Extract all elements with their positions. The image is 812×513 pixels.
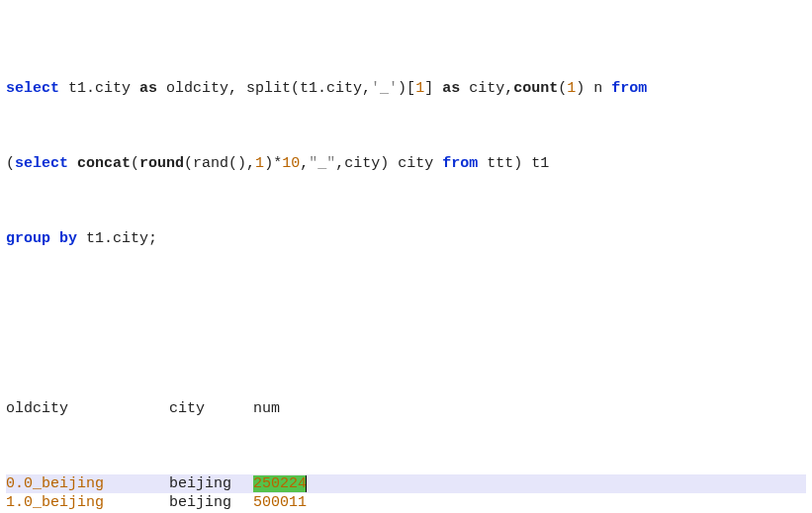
kw-group: group (6, 230, 50, 247)
cell-num: 500011 (253, 493, 307, 512)
string-literal: "_" (309, 155, 335, 172)
result-header: oldcitycitynum (6, 399, 806, 418)
number-literal: 1 (567, 80, 576, 97)
text-caret (306, 475, 307, 492)
result-rows: 0.0_beijingbeijing2502241.0_beijingbeiji… (6, 474, 806, 513)
cell-city: beijing (169, 493, 253, 512)
kw-by: by (59, 230, 77, 247)
fn-concat: concat (77, 155, 131, 172)
kw-select: select (6, 80, 59, 97)
blank-line (6, 304, 806, 324)
number-literal: 1 (415, 80, 424, 97)
selected-text[interactable]: 250224 (253, 475, 307, 492)
kw-as: as (139, 80, 157, 97)
header-oldcity: oldcity (6, 399, 169, 418)
kw-as: as (442, 80, 460, 97)
sql1-line1[interactable]: select t1.city as oldcity, split(t1.city… (6, 79, 806, 98)
cell-oldcity: 1.0_beijing (6, 493, 169, 512)
cell-oldcity: 0.0_beijing (6, 474, 169, 493)
fn-round: round (139, 155, 184, 172)
table-row[interactable]: 1.0_beijingbeijing500011 (6, 493, 806, 512)
header-num: num (253, 399, 280, 418)
kw-select: select (15, 155, 68, 172)
kw-from: from (611, 80, 647, 97)
kw-from: from (442, 155, 478, 172)
cell-city: beijing (169, 474, 253, 493)
header-city: city (169, 399, 253, 418)
cell-num: 250224 (253, 474, 307, 493)
string-literal: '_' (371, 80, 398, 97)
sql1-line2[interactable]: (select concat(round(rand(),1)*10,"_",ci… (6, 154, 806, 173)
sql1-line3[interactable]: group by t1.city; (6, 229, 806, 248)
code-editor[interactable]: select t1.city as oldcity, split(t1.city… (0, 0, 812, 513)
table-row[interactable]: 0.0_beijingbeijing250224 (6, 474, 806, 493)
fn-count: count (513, 80, 558, 97)
